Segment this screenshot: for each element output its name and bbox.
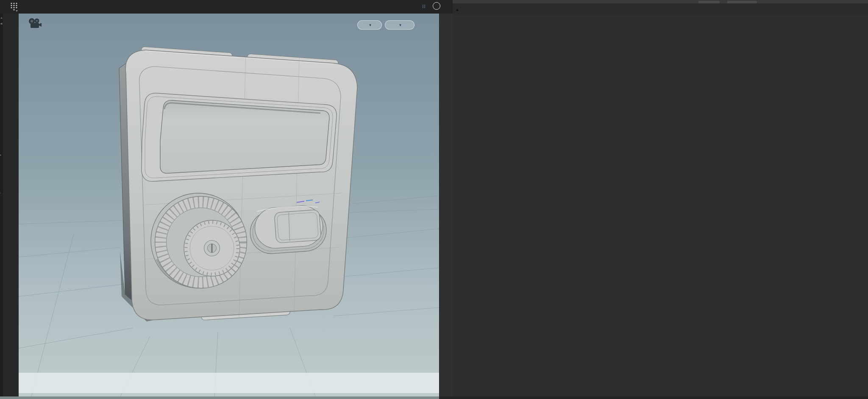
splitter-handle-icon[interactable]: ▸: [0, 153, 2, 156]
node-wires: [453, 15, 868, 396]
perspective-menu-button[interactable]: ▼: [357, 20, 382, 30]
timeline-right: [439, 396, 868, 399]
chevron-down-icon: ▼: [399, 23, 402, 27]
toolbar-drag-handle[interactable]: [10, 2, 19, 12]
timeline-sliver[interactable]: [0, 396, 868, 399]
chevron-down-icon: ▼: [369, 23, 372, 27]
viewport-status-bar: [19, 373, 439, 393]
network-menubar: ▲: [453, 3, 868, 16]
network-pane-tab-strip: [453, 0, 868, 3]
viewport-toolbar: ⁝⁝: [0, 0, 453, 14]
splitter-arrow-up-icon[interactable]: ▲: [0, 16, 3, 19]
viewport-title-group: [28, 18, 46, 29]
pane-maximize-icon[interactable]: ▲: [455, 7, 459, 12]
viewport-link-group: ⁝⁝: [419, 1, 442, 11]
help-label: [433, 2, 440, 10]
splitter-grip-icon[interactable]: ⁞: [0, 191, 1, 194]
splitter-arrow-left-icon[interactable]: ◀: [0, 22, 2, 25]
network-editor[interactable]: [453, 15, 868, 396]
linked-pane-icon[interactable]: ⁝⁝: [419, 1, 429, 11]
viewport-tool-shelf: [3, 14, 19, 396]
viewport-display-toolbar: [439, 14, 453, 396]
help-icon[interactable]: [431, 1, 442, 11]
view-camera-icon: [28, 18, 42, 29]
camera-menu-button[interactable]: ▼: [385, 20, 415, 30]
pane-splitter[interactable]: ▲ ◀ ▸ ⁞: [0, 14, 3, 399]
houdini-window: ⁝⁝ ▲ ▲ ◀ ▸ ⁞: [0, 0, 868, 399]
timeline-left: [0, 396, 439, 399]
viewport-3d-scene: [19, 14, 439, 396]
scene-viewport[interactable]: ▼ ▼: [19, 14, 439, 396]
